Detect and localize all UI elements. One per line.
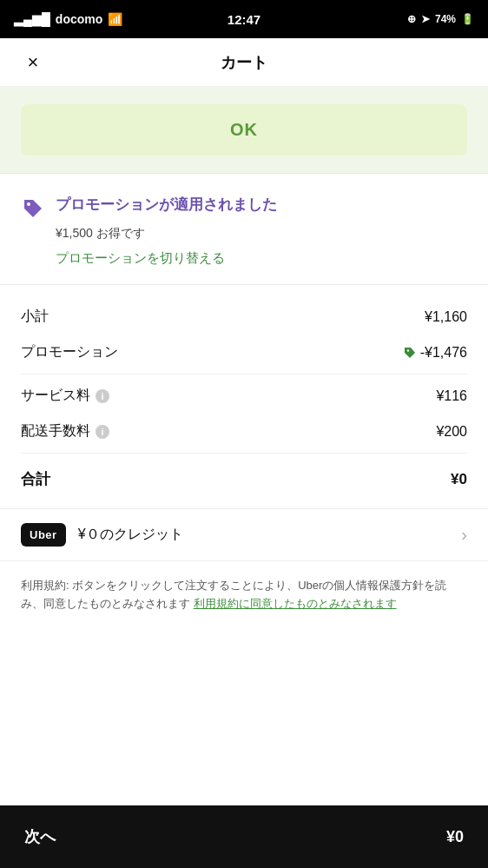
price-row-delivery: 配送手数料 i ¥200: [21, 414, 467, 449]
ok-section: OK: [0, 87, 488, 174]
svg-point-0: [27, 202, 30, 206]
delivery-label: 配送手数料 i: [21, 422, 109, 441]
credit-text: ¥０のクレジット: [78, 526, 183, 544]
status-right: ⊕ ➤ 74% 🔋: [407, 13, 474, 25]
terms-section: 利用規約: ボタンをクリックして注文することにより、Uberの個人情報保護方針を…: [0, 561, 488, 639]
promo-switch-link[interactable]: プロモーションを切り替える: [56, 250, 225, 265]
price-row-service: サービス料 i ¥116: [21, 378, 467, 414]
status-time: 12:47: [228, 12, 260, 27]
promo-subtitle: ¥1,500 お得です: [56, 226, 467, 242]
navigation-icon: ➤: [421, 13, 430, 25]
price-divider-2: [21, 453, 467, 454]
next-button-label[interactable]: 次へ: [24, 826, 56, 847]
location-icon: ⊕: [407, 13, 416, 25]
cart-header: × カート: [0, 38, 488, 87]
ok-button[interactable]: OK: [21, 104, 467, 156]
promo-tag-icon: [21, 196, 45, 221]
total-label: 合計: [21, 469, 50, 489]
header-title: カート: [221, 52, 267, 73]
close-button[interactable]: ×: [17, 47, 49, 78]
battery-label: 74%: [435, 13, 456, 25]
total-value: ¥0: [451, 471, 467, 488]
chevron-right-icon: ›: [461, 525, 467, 545]
credit-left: Uber ¥０のクレジット: [21, 523, 183, 547]
credit-section[interactable]: Uber ¥０のクレジット ›: [0, 509, 488, 561]
subtotal-value: ¥1,160: [425, 309, 467, 325]
promotion-section: プロモーションが適用されました ¥1,500 お得です プロモーションを切り替え…: [0, 174, 488, 285]
status-bar: ▂▄▆█ docomo 📶 12:47 ⊕ ➤ 74% 🔋: [0, 0, 488, 38]
total-row: 合計 ¥0: [21, 457, 467, 494]
discount-tag-icon: [403, 346, 417, 360]
bottom-total: ¥0: [446, 828, 464, 846]
service-info-icon[interactable]: i: [96, 389, 109, 403]
delivery-value: ¥200: [436, 424, 467, 440]
wifi-icon: 📶: [108, 12, 122, 26]
promo-header: プロモーションが適用されました: [21, 195, 467, 221]
bottom-bar: 次へ ¥0: [0, 805, 488, 868]
delivery-info-icon[interactable]: i: [96, 425, 109, 439]
signal-icon: ▂▄▆█: [14, 12, 50, 26]
promotion-value: -¥1,476: [403, 345, 467, 361]
battery-icon: 🔋: [461, 13, 474, 25]
uber-badge: Uber: [21, 523, 66, 547]
price-row-promotion: プロモーション -¥1,476: [21, 335, 467, 370]
promo-title: プロモーションが適用されました: [56, 195, 277, 215]
carrier-label: docomo: [56, 12, 102, 26]
service-label: サービス料 i: [21, 387, 109, 405]
bottom-spacer: [0, 639, 488, 709]
status-left: ▂▄▆█ docomo 📶: [14, 12, 122, 26]
service-value: ¥116: [436, 388, 467, 404]
promotion-label: プロモーション: [21, 343, 118, 361]
svg-point-1: [407, 349, 409, 351]
terms-link[interactable]: 利用規約に同意したものとみなされます: [194, 597, 397, 610]
price-section: 小計 ¥1,160 プロモーション -¥1,476 サービス料 i ¥116 配…: [0, 285, 488, 509]
terms-text: 利用規約: ボタンをクリックして注文することにより、Uberの個人情報保護方針を…: [21, 577, 467, 613]
price-divider-1: [21, 374, 467, 374]
subtotal-label: 小計: [21, 308, 49, 326]
price-row-subtotal: 小計 ¥1,160: [21, 299, 467, 335]
